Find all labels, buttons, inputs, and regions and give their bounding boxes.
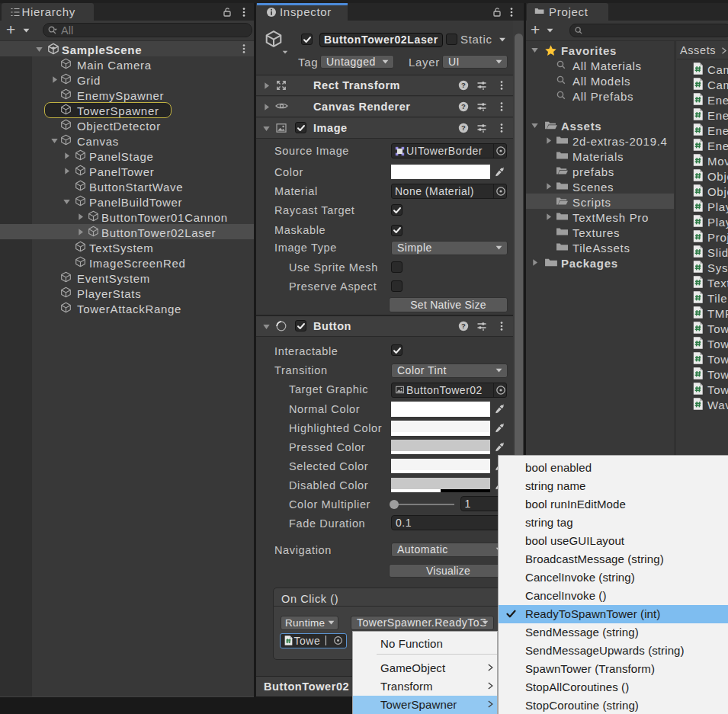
- svg-text:?: ?: [461, 322, 466, 330]
- svg-text:?: ?: [461, 102, 466, 110]
- svg-text:?: ?: [461, 81, 466, 89]
- svg-text:?: ?: [461, 123, 466, 132]
